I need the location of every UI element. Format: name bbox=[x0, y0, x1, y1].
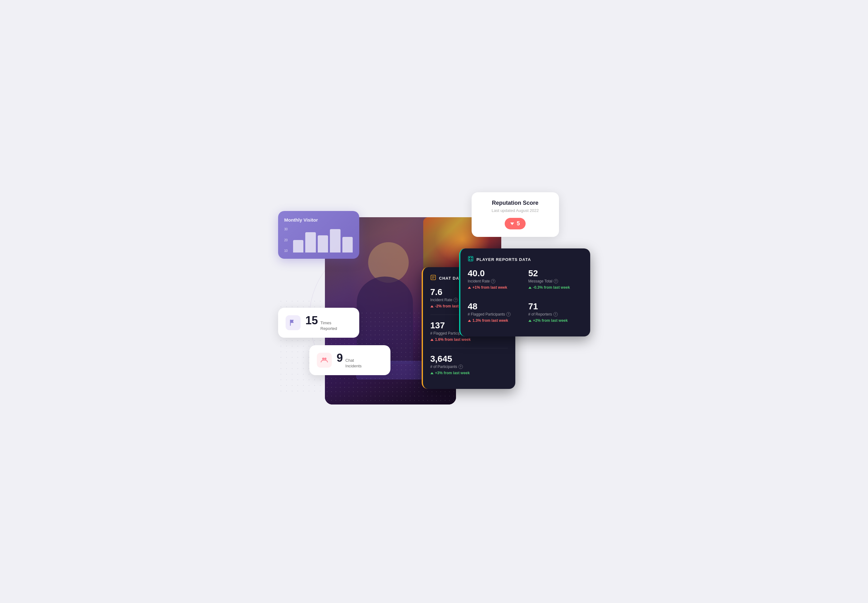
reputation-updated: Last updated August 2022 bbox=[479, 208, 551, 213]
player-reports-header: PLAYER REPORTS DATA bbox=[468, 256, 583, 263]
player-reporters-change: +2% from last week bbox=[528, 319, 583, 323]
player-reports-panel: PLAYER REPORTS DATA 40.0 Incident Rate ?… bbox=[459, 249, 590, 337]
chat-participants-change: +3% from last week bbox=[430, 371, 508, 375]
times-reported-content: 15 Times Reported bbox=[306, 314, 337, 331]
reputation-score-badge: 5 bbox=[505, 218, 525, 229]
question-icon-1: ? bbox=[454, 298, 458, 302]
player-flagged-label: # Flagged Participants ? bbox=[468, 312, 522, 317]
arrow-p4 bbox=[528, 320, 531, 322]
chat-participants-label: # of Participants ? bbox=[430, 365, 508, 369]
monthly-visitor-title: Monthly Visitor bbox=[284, 217, 353, 223]
player-reports-icon bbox=[468, 256, 474, 263]
chat-incidents-card: 9 Chat Incidents bbox=[309, 345, 391, 375]
player-stat-message-total: 52 Message Total ? -0.3% from last week bbox=[528, 269, 583, 290]
player-message-total-label: Message Total ? bbox=[528, 279, 583, 283]
svg-rect-9 bbox=[471, 257, 472, 258]
chat-incidents-icon-container bbox=[317, 353, 332, 368]
player-reporters-label: # of Reporters ? bbox=[528, 312, 583, 317]
mv-y-label-30: 30 bbox=[284, 227, 288, 231]
question-icon-3: ? bbox=[459, 365, 463, 369]
player-incident-rate-value: 40.0 bbox=[468, 269, 522, 278]
svg-point-1 bbox=[322, 358, 324, 360]
times-reported-label-line2: Reported bbox=[321, 326, 337, 331]
mv-bar-3 bbox=[318, 235, 328, 252]
player-incident-rate-label: Incident Rate ? bbox=[468, 279, 522, 283]
player-flagged-value: 48 bbox=[468, 302, 522, 311]
times-reported-label: Times Reported bbox=[321, 320, 337, 331]
times-reported-label-line1: Times bbox=[321, 320, 332, 325]
q-icon-p1: ? bbox=[491, 279, 495, 283]
flag-icon bbox=[289, 319, 297, 327]
up-arrow-green bbox=[430, 372, 434, 374]
mv-bar-2 bbox=[305, 232, 316, 252]
chat-incidents-content: 9 Chat Incidents bbox=[337, 351, 362, 369]
mv-bar-1 bbox=[293, 240, 304, 252]
main-scene: Monthly Visitor 30 20 10 bbox=[278, 192, 590, 411]
mv-y-label-10: 10 bbox=[284, 249, 288, 252]
times-reported-card: 15 Times Reported bbox=[278, 308, 359, 338]
player-message-total-value: 52 bbox=[528, 269, 583, 278]
arrow-p1 bbox=[468, 286, 471, 289]
divider-2 bbox=[430, 348, 508, 348]
player-reports-title: PLAYER REPORTS DATA bbox=[477, 257, 531, 262]
mv-bar-4 bbox=[330, 229, 341, 252]
people-icon bbox=[320, 356, 329, 365]
down-arrow-icon bbox=[510, 223, 514, 225]
player-stat-reporters: 71 # of Reporters ? +2% from last week bbox=[528, 302, 583, 323]
player-flagged-change: 1.3% from last week bbox=[468, 319, 522, 323]
svg-rect-8 bbox=[469, 257, 470, 258]
player-incident-rate-change: +1% from last week bbox=[468, 285, 522, 290]
q-icon-p3: ? bbox=[506, 312, 511, 317]
chat-incidents-label-line2: Incidents bbox=[346, 363, 362, 368]
svg-rect-10 bbox=[469, 259, 470, 261]
svg-point-2 bbox=[324, 358, 326, 360]
monthly-visitor-card: Monthly Visitor 30 20 10 bbox=[278, 211, 359, 259]
q-icon-p4: ? bbox=[553, 312, 558, 317]
reputation-score-card: Reputation Score Last updated August 202… bbox=[472, 192, 559, 237]
flag-icon-container bbox=[286, 315, 301, 330]
mv-y-label-20: 20 bbox=[284, 238, 288, 242]
mv-chart bbox=[284, 227, 353, 252]
chat-panel-icon bbox=[430, 275, 436, 281]
times-reported-number: 15 bbox=[306, 314, 318, 327]
arrow-p3 bbox=[468, 320, 471, 322]
down-change-icon bbox=[430, 305, 434, 308]
chat-incidents-label-line1: Chat bbox=[346, 358, 354, 363]
chat-incidents-number: 9 bbox=[337, 351, 343, 365]
q-icon-p2: ? bbox=[554, 279, 558, 283]
player-stat-incident-rate: 40.0 Incident Rate ? +1% from last week bbox=[468, 269, 522, 290]
player-reporters-value: 71 bbox=[528, 302, 583, 311]
chat-participants-value: 3,645 bbox=[430, 354, 508, 363]
reputation-title: Reputation Score bbox=[479, 200, 551, 206]
arrow-p2 bbox=[528, 286, 531, 289]
chat-stat-participants: 3,645 # of Participants ? +3% from last … bbox=[430, 354, 508, 375]
player-stats-grid: 40.0 Incident Rate ? +1% from last week … bbox=[468, 269, 583, 329]
player-message-total-change: -0.3% from last week bbox=[528, 285, 583, 290]
mv-bar-5 bbox=[342, 237, 353, 252]
chat-flagged-change: 1.6% from last week bbox=[430, 337, 508, 342]
player-stat-flagged: 48 # Flagged Participants ? 1.3% from la… bbox=[468, 302, 522, 323]
chat-incidents-label: Chat Incidents bbox=[346, 358, 362, 369]
svg-rect-11 bbox=[471, 259, 472, 261]
reputation-score-value: 5 bbox=[517, 220, 520, 227]
up-arrow-red bbox=[430, 339, 434, 341]
